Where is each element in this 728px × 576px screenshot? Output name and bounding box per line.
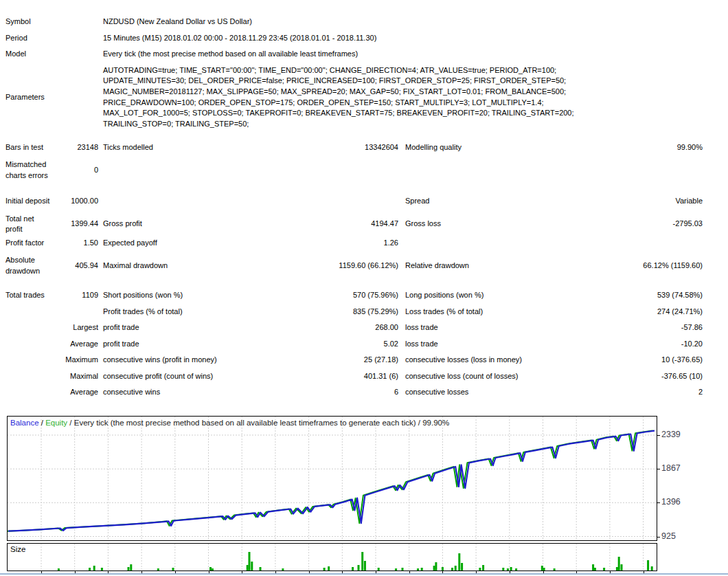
row-label: Profit factor <box>5 238 51 249</box>
size-bar <box>128 567 130 571</box>
row-label: consecutive loss (count of losses) <box>405 371 577 382</box>
y-axis-label: 2339 <box>661 430 692 439</box>
row-label: Long positions (won %) <box>405 290 577 301</box>
size-bar <box>352 567 354 571</box>
row-label: Model <box>5 49 51 60</box>
size-bar <box>361 552 363 571</box>
size-bar <box>435 562 437 571</box>
size-bar <box>402 568 404 571</box>
row-label: consecutive wins (profit in money) <box>103 355 295 366</box>
row-label: Profit trades (% of total) <box>103 307 295 318</box>
row-value: Variable <box>577 196 703 207</box>
row-label: Relative drawdown <box>405 261 577 272</box>
row-label: Absolute drawdown <box>5 255 51 276</box>
size-bar <box>157 568 159 571</box>
size-bar <box>130 564 132 571</box>
row-value: 10 (-376.65) <box>577 355 703 366</box>
row-value: 2 <box>577 387 703 398</box>
row-label: consecutive wins <box>103 387 295 398</box>
balance-chart-canvas <box>8 417 657 540</box>
size-bar <box>479 568 481 571</box>
legend-equity: Equity <box>45 419 67 427</box>
row-label: profit trade <box>103 322 295 333</box>
report-row: Mismatched charts errors0 <box>5 159 728 181</box>
report-row: Period15 Minutes (M15) 2018.01.02 00:00 … <box>5 30 728 47</box>
parameters-line: TRAILING_STOP=0; TRAILING_STEP=50; <box>103 119 703 130</box>
size-bar <box>395 568 397 571</box>
parameters-line: PRICE_DRAWDOWN=100; ORDER_OPEN_STOP=175;… <box>103 98 703 109</box>
parameters-text: AUTOTRADING=true; TIME_START="00:00"; TI… <box>103 64 703 131</box>
report-row: Maximalconsecutive profit (count of wins… <box>5 368 728 385</box>
parameters-line: UPDATE_MINUTES=30; DEL_ORDER_PRICE=false… <box>103 76 703 87</box>
size-chart-canvas <box>8 544 657 571</box>
row-label: Bars in test <box>5 142 51 153</box>
row-label: Gross loss <box>405 219 577 230</box>
size-bar <box>482 565 484 571</box>
row-value: 66.12% (1159.60) <box>577 261 703 272</box>
row-value: 835 (75.29%) <box>295 307 398 318</box>
row-value: 6 <box>295 387 398 398</box>
chart-title: Balance / Equity / Every tick (the most … <box>10 419 449 427</box>
size-bar <box>433 566 435 571</box>
size-bar <box>455 566 457 571</box>
row-label: Expected payoff <box>103 238 295 249</box>
row-label: 15 Minutes (M15) 2018.01.02 00:00 - 2018… <box>103 33 703 44</box>
report-row: Bars in test23148Ticks modelled13342604M… <box>5 140 728 156</box>
row-label: Maximal drawdown <box>103 261 295 272</box>
row-label: loss trade <box>405 339 577 350</box>
report-row: ModelEvery tick (the most precise method… <box>5 46 728 63</box>
size-bar <box>323 568 326 571</box>
row-label: Symbol <box>5 16 51 27</box>
size-bar <box>461 563 463 571</box>
size-bar <box>89 568 91 571</box>
report-row: ParametersAUTOTRADING=true; TIME_START="… <box>5 64 728 131</box>
row-label: Period <box>5 33 51 44</box>
size-bar <box>554 568 556 571</box>
y-axis-tick <box>657 537 660 538</box>
size-panel-label: Size <box>10 545 25 553</box>
y-axis-tick <box>657 435 660 436</box>
row-value: 0 <box>65 165 98 176</box>
size-bar <box>502 568 504 571</box>
row-value: 401.31 (6) <box>295 371 398 382</box>
size-bar <box>101 568 103 571</box>
size-bar <box>249 552 251 571</box>
equity-line <box>8 431 653 531</box>
size-bar <box>212 568 214 571</box>
size-bar <box>93 566 95 571</box>
size-bar <box>621 564 623 571</box>
size-bar <box>592 564 594 571</box>
y-axis-label: 1867 <box>661 463 692 473</box>
row-label: Mismatched charts errors <box>5 159 51 181</box>
row-label: Ticks modelled <box>103 142 295 153</box>
size-bar <box>328 566 330 571</box>
size-bar <box>594 568 596 571</box>
legend-balance: Balance <box>10 419 39 427</box>
row-label: consecutive profit (count of wins) <box>103 371 295 382</box>
row-value: -376.65 (10) <box>577 371 703 382</box>
report-row: Averageprofit trade5.02loss trade-10.20 <box>5 336 728 353</box>
row-value: 13342604 <box>295 142 398 153</box>
row-value: Maximal <box>5 371 98 382</box>
report-row: Averageconsecutive wins6consecutive loss… <box>5 384 728 401</box>
row-value: 539 (74.58%) <box>577 290 703 301</box>
y-axis-tick <box>657 502 660 503</box>
row-label: Parameters <box>5 92 51 103</box>
row-label: Loss trades (% of total) <box>405 307 577 318</box>
row-label: profit trade <box>103 339 295 350</box>
row-label: Every tick (the most precise method base… <box>103 49 703 60</box>
size-bar <box>647 560 649 571</box>
size-bar <box>421 568 423 571</box>
parameters-line: AUTOTRADING=true; TIME_START="00:00"; TI… <box>103 65 703 76</box>
row-value: 570 (75.96%) <box>295 290 398 301</box>
report-row: Initial deposit1000.00SpreadVariable <box>5 193 728 210</box>
size-bar <box>58 568 60 571</box>
row-value: Average <box>5 387 98 398</box>
row-label: Initial deposit <box>5 196 51 207</box>
row-label: NZDUSD (New Zealand Dollar vs US Dollar) <box>103 16 703 27</box>
report-row: Total net profit1399.44Gross profit4194.… <box>5 214 728 235</box>
report-row: Profit trades (% of total)835 (75.29%)Lo… <box>5 304 728 320</box>
row-label: Modelling quality <box>405 142 577 153</box>
row-value: 1109 <box>65 290 98 301</box>
report-row: SymbolNZDUSD (New Zealand Dollar vs US D… <box>5 14 728 30</box>
